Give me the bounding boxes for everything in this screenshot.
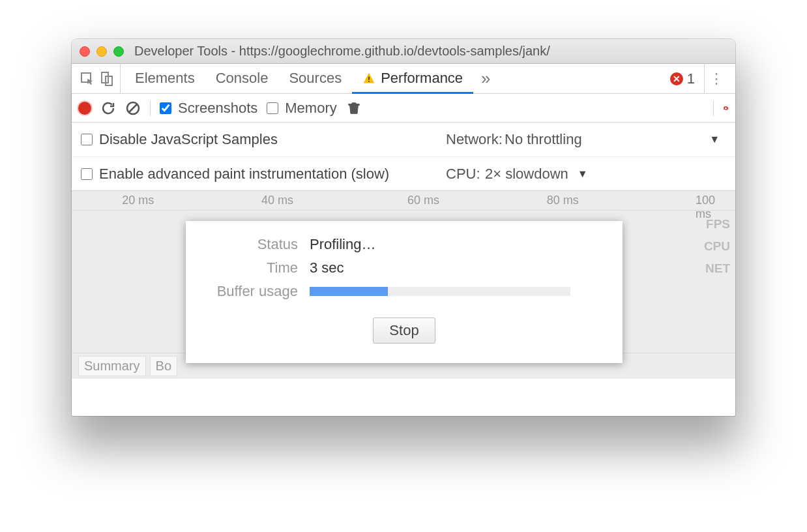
reload-profile-button[interactable] [100,100,116,116]
lane-cpu: CPU [704,235,730,258]
time-value: 3 sec [310,259,344,276]
lane-labels: FPS CPU NET [704,213,730,280]
network-throttling-select[interactable]: No throttling [505,131,582,148]
disable-js-samples-label: Disable JavaScript Samples [99,131,278,148]
svg-rect-4 [368,81,370,82]
svg-rect-3 [368,76,370,80]
window-title: Developer Tools - https://googlechrome.g… [134,44,550,59]
warning-icon [362,72,375,85]
settings-row-1: Disable JavaScript Samples Network: No t… [72,123,735,156]
time-ruler: 20 ms 40 ms 60 ms 80 ms 100 ms [72,191,735,211]
inspect-element-icon[interactable] [80,71,95,87]
device-toolbar-icon[interactable] [99,71,115,87]
memory-checkbox[interactable]: Memory [267,100,336,117]
lane-fps: FPS [704,213,730,235]
chevron-down-icon: ▼ [578,168,588,180]
clear-button[interactable] [125,100,141,116]
panel-tabs: Elements Console Sources Performance » ✕… [72,64,735,94]
time-label: Time [200,259,310,276]
tab-bottom-up-truncated[interactable]: Bo [150,356,177,376]
buffer-progress [310,287,570,296]
memory-checkbox-input[interactable] [267,102,278,114]
profiling-dialog: Status Profiling… Time 3 sec Buffer usag… [186,221,623,363]
lane-net: NET [704,258,730,280]
capture-settings-button[interactable] [713,100,729,116]
disable-js-samples-checkbox[interactable]: Disable JavaScript Samples [81,131,446,148]
minimize-window-button[interactable] [96,46,107,57]
status-value: Profiling… [310,236,375,253]
cpu-label: CPU: [446,166,485,183]
titlebar: Developer Tools - https://googlechrome.g… [72,39,735,64]
timeline-area: 20 ms 40 ms 60 ms 80 ms 100 ms FPS CPU N… [72,191,735,379]
performance-toolbar: Screenshots Memory [72,94,735,123]
stop-button[interactable]: Stop [373,318,435,344]
error-icon: ✕ [670,72,683,85]
buffer-progress-fill [310,287,388,296]
screenshots-label: Screenshots [178,100,257,117]
ruler-tick: 20 ms [122,194,154,207]
devtools-window: Developer Tools - https://googlechrome.g… [72,39,735,416]
enable-paint-instrumentation-checkbox[interactable]: Enable advanced paint instrumentation (s… [81,166,446,183]
tab-elements[interactable]: Elements [125,64,205,94]
buffer-label: Buffer usage [200,283,310,300]
cpu-throttling-select[interactable]: 2× slowdown ▼ [485,166,588,183]
ruler-tick: 80 ms [547,194,579,207]
enable-paint-instrumentation-input[interactable] [81,168,93,180]
error-badge[interactable]: ✕ 1 [665,64,700,93]
error-count: 1 [687,70,695,87]
tab-sources[interactable]: Sources [278,64,352,94]
fullscreen-window-button[interactable] [113,46,124,57]
ruler-tick: 60 ms [407,194,439,207]
close-window-button[interactable] [80,46,90,57]
memory-label: Memory [285,100,336,117]
disable-js-samples-input[interactable] [81,134,93,145]
tabs-overflow-button[interactable]: » [473,64,498,93]
inspect-tools [74,64,121,93]
ruler-tick: 40 ms [261,194,293,207]
tab-console[interactable]: Console [205,64,279,94]
settings-row-2: Enable advanced paint instrumentation (s… [72,156,735,190]
tab-summary[interactable]: Summary [78,356,146,376]
record-button[interactable] [78,102,91,115]
more-options-button[interactable]: ⋮ [704,64,727,93]
status-label: Status [200,236,310,253]
network-label: Network: [446,131,505,148]
capture-settings-panel: Disable JavaScript Samples Network: No t… [72,123,735,191]
screenshots-checkbox-input[interactable] [160,102,171,114]
enable-paint-label: Enable advanced paint instrumentation (s… [99,166,389,183]
screenshots-checkbox[interactable]: Screenshots [160,100,257,117]
garbage-collect-button[interactable] [346,100,362,116]
window-controls [80,46,124,57]
tab-performance[interactable]: Performance [352,64,473,94]
chevron-down-icon: ▼ [709,134,720,145]
